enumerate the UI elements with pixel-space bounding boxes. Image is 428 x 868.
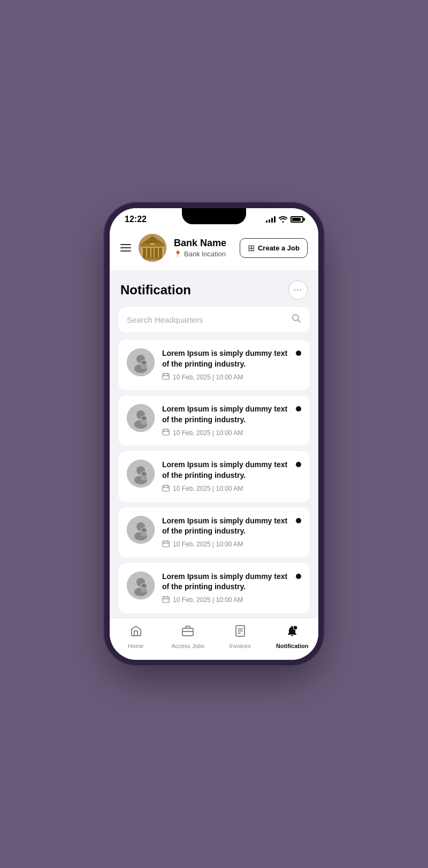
svg-rect-6 — [147, 248, 150, 257]
briefcase-icon — [181, 625, 194, 641]
notification-header: Notification ··· — [110, 271, 318, 307]
notification-item[interactable]: Lorem Ipsum is simply dummy text of the … — [118, 563, 310, 613]
wifi-icon — [278, 215, 288, 224]
menu-button[interactable] — [120, 244, 131, 252]
nav-item-home[interactable]: Home — [110, 625, 162, 649]
bell-active-icon — [286, 625, 299, 641]
nav-home-label: Home — [128, 643, 143, 649]
notif-body-2: Lorem Ipsum is simply dummy text of the … — [162, 460, 288, 493]
notif-datetime-0: 10 Feb, 2025 | 10:00 AM — [173, 374, 243, 381]
notif-text-1: Lorem Ipsum is simply dummy text of the … — [162, 404, 288, 425]
nav-access-jobs-label: Access Jobs — [171, 643, 204, 649]
notification-item[interactable]: Lorem Ipsum is simply dummy text of the … — [118, 340, 310, 390]
notif-avatar-4 — [127, 572, 155, 599]
page-title: Notification — [120, 283, 191, 298]
svg-rect-54 — [163, 597, 169, 603]
unread-dot-4 — [296, 574, 301, 579]
more-options-button[interactable]: ··· — [288, 280, 308, 300]
svg-rect-9 — [159, 248, 162, 257]
main-content: Notification ··· — [110, 271, 318, 618]
nav-notification-label: Notification — [276, 643, 309, 649]
plus-square-icon: ⊞ — [248, 243, 255, 253]
notif-time-0: 10 Feb, 2025 | 10:00 AM — [162, 372, 288, 382]
unread-dot-1 — [296, 406, 301, 412]
notif-datetime-1: 10 Feb, 2025 | 10:00 AM — [173, 429, 243, 437]
svg-point-44 — [141, 532, 147, 537]
calendar-icon-0 — [162, 372, 170, 382]
notif-datetime-2: 10 Feb, 2025 | 10:00 AM — [173, 485, 243, 492]
notif-time-1: 10 Feb, 2025 | 10:00 AM — [162, 428, 288, 437]
calendar-icon-4 — [162, 596, 170, 605]
bank-name: Bank Name — [174, 238, 232, 249]
notif-body-1: Lorem Ipsum is simply dummy text of the … — [162, 404, 288, 437]
svg-rect-7 — [151, 248, 154, 257]
notif-text-3: Lorem Ipsum is simply dummy text of the … — [162, 516, 288, 537]
notif-time-3: 10 Feb, 2025 | 10:00 AM — [162, 540, 288, 549]
svg-point-26 — [141, 421, 147, 425]
battery-icon — [291, 216, 303, 223]
app-header: Bank Name 📍 Bank location ⊞ Create a Job — [110, 227, 318, 271]
nav-item-access-jobs[interactable]: Access Jobs — [162, 625, 215, 649]
notif-text-4: Lorem Ipsum is simply dummy text of the … — [162, 572, 288, 592]
invoice-icon — [234, 625, 247, 641]
calendar-icon-2 — [162, 484, 170, 493]
calendar-icon-3 — [162, 540, 170, 549]
svg-line-12 — [298, 320, 301, 323]
phone-frame: 12:22 — [110, 208, 318, 660]
svg-rect-10 — [141, 257, 164, 260]
bank-info: Bank Name 📍 Bank location — [174, 238, 232, 258]
search-icon — [292, 314, 301, 326]
create-job-label: Create a Job — [258, 244, 300, 252]
location-pin-icon: 📍 — [174, 250, 182, 258]
svg-point-17 — [141, 365, 147, 369]
notification-list: Lorem Ipsum is simply dummy text of the … — [110, 340, 318, 618]
svg-rect-45 — [163, 541, 169, 547]
status-icons — [266, 215, 303, 224]
notif-avatar-2 — [127, 460, 155, 488]
notch — [182, 208, 246, 224]
nav-item-notification[interactable]: Notification — [266, 625, 319, 649]
create-job-button[interactable]: ⊞ Create a Job — [240, 238, 308, 258]
svg-rect-27 — [163, 429, 169, 435]
notif-datetime-3: 10 Feb, 2025 | 10:00 AM — [173, 540, 243, 548]
notif-datetime-4: 10 Feb, 2025 | 10:00 AM — [173, 596, 243, 604]
svg-rect-5 — [143, 248, 146, 257]
unread-dot-0 — [296, 351, 301, 356]
notif-body-0: Lorem Ipsum is simply dummy text of the … — [162, 348, 288, 382]
bank-location-text: Bank location — [184, 250, 226, 258]
notif-avatar-0 — [127, 348, 155, 376]
svg-point-64 — [293, 626, 297, 630]
bank-avatar — [139, 234, 166, 262]
more-dots-icon: ··· — [294, 285, 302, 295]
unread-dot-3 — [296, 518, 301, 523]
svg-rect-18 — [163, 374, 169, 379]
notif-body-4: Lorem Ipsum is simply dummy text of the … — [162, 572, 288, 605]
search-container — [118, 307, 310, 332]
status-time: 12:22 — [125, 215, 147, 224]
svg-rect-8 — [155, 248, 158, 257]
notification-item[interactable]: Lorem Ipsum is simply dummy text of the … — [118, 395, 310, 446]
notif-time-4: 10 Feb, 2025 | 10:00 AM — [162, 596, 288, 605]
svg-point-35 — [141, 476, 147, 481]
svg-rect-36 — [163, 485, 169, 491]
bank-location: 📍 Bank location — [174, 250, 232, 258]
notif-avatar-3 — [127, 516, 155, 544]
search-input[interactable] — [127, 315, 286, 324]
signal-bars-icon — [266, 216, 276, 223]
nav-item-invoices[interactable]: Invoices — [214, 625, 266, 649]
notification-item[interactable]: Lorem Ipsum is simply dummy text of the … — [118, 507, 310, 558]
bottom-navigation: Home Access Jobs Invoices — [110, 618, 318, 660]
notif-avatar-1 — [127, 404, 155, 432]
unread-dot-2 — [296, 462, 301, 467]
notif-text-0: Lorem Ipsum is simply dummy text of the … — [162, 348, 288, 369]
notif-text-2: Lorem Ipsum is simply dummy text of the … — [162, 460, 288, 481]
home-icon — [129, 625, 142, 641]
notif-body-3: Lorem Ipsum is simply dummy text of the … — [162, 516, 288, 549]
notification-item[interactable]: Lorem Ipsum is simply dummy text of the … — [118, 451, 310, 501]
svg-point-53 — [141, 588, 147, 592]
nav-invoices-label: Invoices — [230, 643, 251, 649]
notif-time-2: 10 Feb, 2025 | 10:00 AM — [162, 484, 288, 493]
calendar-icon-1 — [162, 428, 170, 437]
